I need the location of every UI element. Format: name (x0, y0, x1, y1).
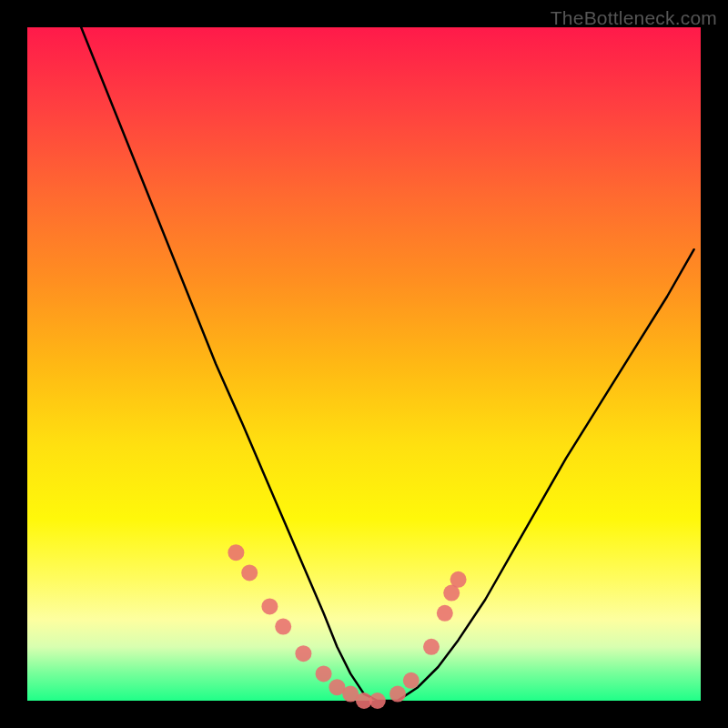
curve-layer (81, 27, 693, 701)
data-point (423, 639, 440, 655)
marker-layer (228, 544, 466, 709)
data-point (228, 544, 244, 561)
data-point (437, 605, 453, 622)
data-point (316, 665, 332, 682)
plot-area (27, 27, 701, 701)
data-point (275, 619, 291, 635)
data-point (295, 645, 311, 662)
chart-frame: TheBottleneck.com (0, 0, 728, 728)
chart-svg (27, 27, 701, 701)
data-point (389, 686, 406, 703)
data-point (450, 571, 467, 588)
bottleneck-curve (81, 27, 693, 701)
data-point (241, 564, 258, 581)
data-point (403, 672, 420, 689)
data-point (261, 598, 278, 614)
data-point (369, 693, 386, 709)
watermark-text: TheBottleneck.com (551, 7, 717, 29)
